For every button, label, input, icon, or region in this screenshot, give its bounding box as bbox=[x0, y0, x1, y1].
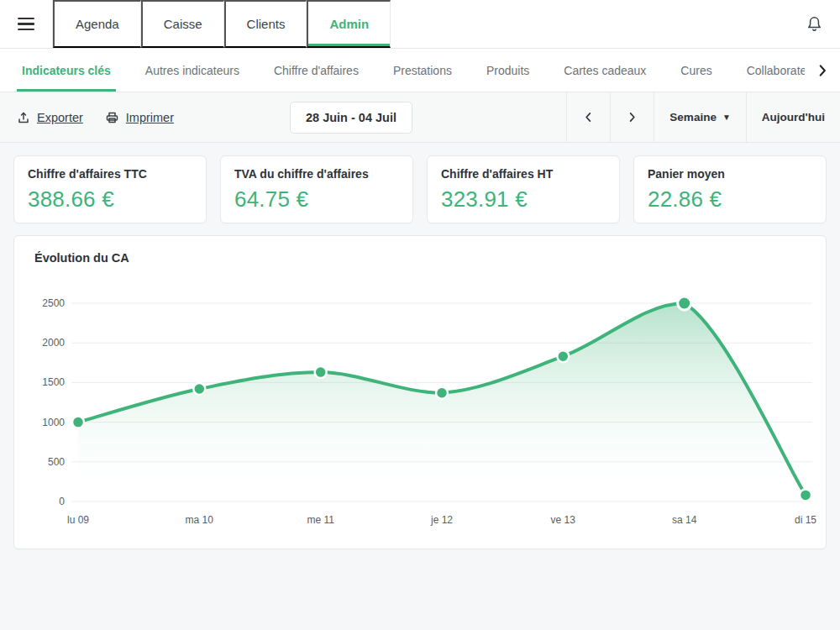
main-tabs: Agenda Caisse Clients Admin bbox=[52, 0, 391, 48]
svg-text:je 12: je 12 bbox=[430, 514, 453, 526]
svg-text:1500: 1500 bbox=[42, 376, 65, 388]
notifications-bell-icon[interactable] bbox=[788, 0, 840, 48]
revenue-evolution-chart[interactable]: 05001000150020002500lu 09ma 10me 11je 12… bbox=[28, 276, 814, 538]
kpi-title: TVA du chiffre d'affaires bbox=[234, 167, 399, 181]
kpi-value: 323.91 € bbox=[441, 186, 606, 213]
date-range-display[interactable]: 28 Juin - 04 Juil bbox=[290, 102, 412, 134]
svg-text:sa 14: sa 14 bbox=[672, 514, 697, 526]
svg-text:me 11: me 11 bbox=[307, 514, 334, 526]
kpi-cards: Chiffre d'affaires TTC 388.66 € TVA du c… bbox=[13, 155, 827, 223]
kpi-title: Panier moyen bbox=[648, 167, 812, 181]
svg-text:2500: 2500 bbox=[42, 297, 65, 309]
subtab-produits[interactable]: Produits bbox=[481, 49, 534, 92]
svg-text:lu 09: lu 09 bbox=[67, 514, 89, 526]
svg-text:ve 13: ve 13 bbox=[551, 514, 576, 526]
today-button[interactable]: Aujourd'hui bbox=[746, 92, 840, 142]
topnav-spacer bbox=[391, 0, 788, 48]
export-label: Exporter bbox=[37, 111, 83, 124]
hamburger-bar bbox=[18, 18, 34, 20]
export-button[interactable]: Exporter bbox=[17, 111, 83, 124]
kpi-card-ca-ht: Chiffre d'affaires HT 323.91 € bbox=[427, 155, 620, 223]
previous-period-button[interactable] bbox=[566, 92, 610, 142]
svg-text:1000: 1000 bbox=[42, 417, 65, 428]
subtab-chiffre-affaires[interactable]: Chiffre d'affaires bbox=[269, 49, 364, 92]
print-button[interactable]: Imprimer bbox=[105, 111, 174, 124]
svg-text:500: 500 bbox=[48, 456, 65, 468]
kpi-value: 388.66 € bbox=[28, 186, 192, 213]
admin-subnav: Indicateurs clés Autres indicateurs Chif… bbox=[0, 49, 840, 92]
tab-clients[interactable]: Clients bbox=[224, 0, 307, 48]
subtab-cartes-cadeaux[interactable]: Cartes cadeaux bbox=[559, 49, 651, 92]
next-period-button[interactable] bbox=[610, 92, 654, 142]
hamburger-bar bbox=[18, 23, 34, 25]
subtab-indicateurs-cles[interactable]: Indicateurs clés bbox=[17, 49, 116, 92]
main-content: Chiffre d'affaires TTC 388.66 € TVA du c… bbox=[0, 143, 840, 549]
chart-title: Évolution du CA bbox=[34, 251, 812, 265]
tab-caisse[interactable]: Caisse bbox=[141, 0, 224, 48]
kpi-title: Chiffre d'affaires HT bbox=[441, 167, 606, 181]
subtab-prestations[interactable]: Prestations bbox=[388, 49, 457, 92]
printer-icon bbox=[105, 111, 119, 124]
svg-text:ma 10: ma 10 bbox=[186, 514, 214, 526]
svg-text:2000: 2000 bbox=[42, 337, 65, 349]
chevron-right-icon[interactable] bbox=[805, 49, 840, 92]
kpi-title: Chiffre d'affaires TTC bbox=[28, 167, 192, 181]
period-selector-label: Semaine bbox=[669, 111, 717, 123]
chevron-left-icon bbox=[582, 111, 595, 123]
hamburger-bar bbox=[18, 29, 34, 31]
hamburger-menu-icon[interactable] bbox=[0, 0, 52, 48]
svg-text:di 15: di 15 bbox=[795, 514, 816, 526]
kpi-card-tva: TVA du chiffre d'affaires 64.75 € bbox=[220, 155, 413, 223]
top-navigation: Agenda Caisse Clients Admin bbox=[0, 0, 840, 49]
chevron-right-icon bbox=[626, 111, 638, 123]
kpi-card-panier-moyen: Panier moyen 22.86 € bbox=[633, 155, 827, 223]
kpi-card-ca-ttc: Chiffre d'affaires TTC 388.66 € bbox=[13, 155, 207, 223]
subtab-cures[interactable]: Cures bbox=[675, 49, 717, 92]
subtab-autres-indicateurs[interactable]: Autres indicateurs bbox=[140, 49, 244, 92]
period-controls: Semaine ▼ Aujourd'hui bbox=[566, 92, 840, 142]
print-label: Imprimer bbox=[126, 111, 174, 124]
toolbar: Exporter Imprimer 28 Juin - 04 Juil Sema… bbox=[0, 92, 840, 143]
chart-card: Évolution du CA 05001000150020002500lu 0… bbox=[13, 235, 827, 549]
kpi-value: 22.86 € bbox=[648, 186, 812, 213]
export-icon bbox=[17, 111, 30, 124]
period-selector-dropdown[interactable]: Semaine ▼ bbox=[654, 92, 745, 142]
kpi-value: 64.75 € bbox=[234, 186, 399, 213]
tab-admin[interactable]: Admin bbox=[307, 0, 391, 48]
tab-agenda[interactable]: Agenda bbox=[53, 0, 141, 48]
chevron-down-icon: ▼ bbox=[722, 113, 731, 122]
svg-text:0: 0 bbox=[59, 496, 65, 507]
